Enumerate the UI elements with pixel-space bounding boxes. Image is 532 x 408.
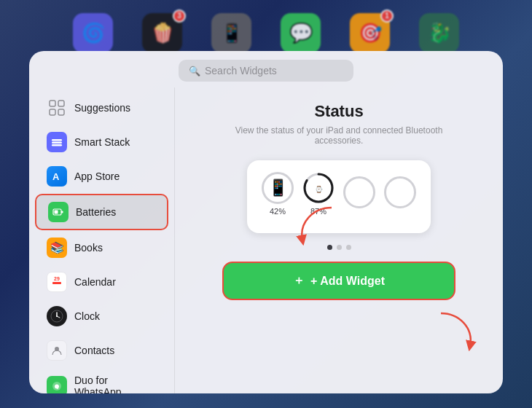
books-icon: 📚 [47, 238, 67, 258]
search-input[interactable]: 🔍 Search Widgets [179, 60, 353, 82]
battery-item-ipad: 📱 42% [262, 172, 294, 216]
smart-stack-label: Smart Stack [74, 136, 130, 148]
search-placeholder-text: Search Widgets [205, 65, 277, 76]
right-panel: Status View the status of your iPad and … [175, 87, 503, 393]
svg-rect-0 [50, 101, 55, 106]
battery-item-empty-1 [343, 176, 375, 211]
sidebar-item-contacts[interactable]: Contacts [35, 334, 168, 367]
sidebar: Suggestions Smart Stack A [29, 87, 175, 393]
svg-rect-6 [52, 144, 62, 146]
ipad-battery-circle: 📱 [262, 172, 294, 204]
dot-3 [346, 245, 351, 250]
batteries-label: Batteries [76, 206, 116, 218]
top-icon-6: 🐉 [419, 13, 459, 53]
content-area: Suggestions Smart Stack A [29, 87, 503, 393]
watch-battery-percent: 87% [310, 207, 326, 216]
badge-3: 3 [173, 9, 186, 23]
empty-battery-circle-1 [343, 176, 375, 208]
contacts-label: Contacts [74, 345, 114, 356]
top-icon-5: 🎯 1 [350, 13, 390, 53]
widget-panel: 🔍 Search Widgets Suggestions [29, 51, 503, 393]
duo-whatsapp-icon [47, 376, 67, 393]
arrow-right-indicator [437, 310, 481, 353]
svg-rect-11 [52, 282, 61, 284]
dot-1 [327, 245, 332, 250]
dot-2 [337, 245, 342, 250]
top-icon-3: 📱 [211, 13, 251, 53]
sidebar-item-app-store[interactable]: A App Store [35, 160, 168, 193]
sidebar-item-suggestions[interactable]: Suggestions [35, 91, 168, 125]
sidebar-item-duo-whatsapp[interactable]: Duo for WhatsApp [35, 368, 168, 393]
top-icon-4: 💬 [281, 13, 321, 53]
app-store-icon: A [47, 166, 67, 187]
svg-text:A: A [52, 171, 60, 182]
app-store-label: App Store [74, 170, 120, 182]
svg-text:⌚: ⌚ [315, 185, 324, 194]
clock-label: Clock [74, 310, 100, 322]
svg-rect-5 [52, 142, 62, 144]
add-widget-button[interactable]: ＋ + Add Widget [222, 262, 455, 300]
top-icon-1: 🌀 [73, 13, 113, 53]
calendar-icon: 29 [47, 272, 67, 292]
add-widget-plus-icon: ＋ [293, 273, 305, 289]
watch-battery-circle: ⌚ [302, 172, 335, 204]
add-widget-label: + Add Widget [310, 275, 385, 288]
battery-item-empty-2 [384, 176, 416, 211]
sidebar-item-books[interactable]: 📚 Books [35, 231, 168, 264]
smart-stack-icon [47, 132, 67, 152]
search-bar-container: 🔍 Search Widgets [29, 51, 503, 87]
badge-1: 1 [380, 9, 394, 23]
sidebar-item-calendar[interactable]: 29 Calendar [35, 265, 168, 299]
ipad-battery-percent: 42% [270, 207, 286, 216]
sidebar-item-smart-stack[interactable]: Smart Stack [35, 125, 168, 159]
books-label: Books [74, 242, 103, 254]
battery-widget-preview: 📱 42% ⌚ 87% [247, 160, 431, 233]
duo-whatsapp-label: Duo for WhatsApp [74, 374, 157, 393]
ipad-device-icon: 📱 [268, 178, 288, 197]
svg-rect-4 [52, 139, 62, 141]
clock-icon [47, 306, 67, 326]
watch-battery-svg: ⌚ [302, 172, 335, 204]
svg-point-15 [56, 315, 58, 317]
search-icon: 🔍 [189, 66, 200, 76]
contacts-icon [47, 340, 67, 361]
panel-title: Status [314, 102, 363, 121]
svg-rect-1 [58, 101, 64, 106]
panel-description: View the status of your iPad and connect… [222, 125, 455, 146]
sidebar-item-batteries[interactable]: Batteries [35, 194, 168, 230]
top-icon-2: 🍿 3 [142, 13, 182, 53]
suggestions-icon [47, 98, 67, 118]
sidebar-item-clock[interactable]: Clock [35, 299, 168, 333]
batteries-icon [48, 202, 69, 222]
svg-rect-10 [55, 211, 58, 214]
calendar-label: Calendar [74, 276, 116, 288]
svg-rect-9 [61, 211, 63, 213]
suggestions-label: Suggestions [74, 102, 130, 114]
empty-battery-circle-2 [384, 176, 416, 208]
svg-rect-3 [58, 109, 64, 115]
page-dots [327, 245, 351, 250]
battery-icons-row: 📱 42% ⌚ 87% [262, 172, 416, 216]
battery-item-watch: ⌚ 87% [302, 172, 335, 216]
svg-rect-2 [50, 109, 55, 115]
